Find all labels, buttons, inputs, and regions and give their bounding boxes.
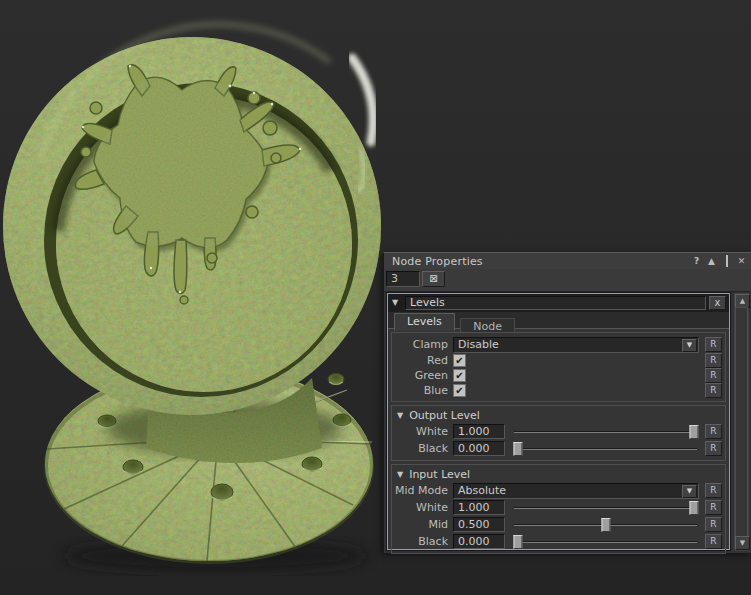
input-level-title: Input Level bbox=[409, 468, 470, 481]
output-black-value[interactable]: 0.000 bbox=[453, 441, 505, 456]
output-black-label: Black bbox=[395, 442, 448, 455]
output-white-row: White 1.000 R bbox=[395, 424, 722, 439]
input-white-slider[interactable] bbox=[514, 501, 697, 515]
slider-handle[interactable] bbox=[514, 535, 523, 549]
levels-node-panel: ▼ Levels x Levels Node Clamp Disable bbox=[387, 293, 730, 550]
slider-handle[interactable] bbox=[514, 442, 523, 456]
revert-red-button[interactable]: R bbox=[705, 353, 722, 368]
blue-label: Blue bbox=[395, 384, 448, 397]
input-mid-value[interactable]: 0.500 bbox=[453, 517, 505, 532]
float-window-icon[interactable] bbox=[720, 255, 733, 267]
help-icon[interactable]: ? bbox=[690, 255, 703, 267]
float-window-glyph bbox=[726, 255, 728, 267]
red-checkbox[interactable] bbox=[453, 354, 466, 367]
slider-handle[interactable] bbox=[601, 518, 610, 532]
input-white-label: White bbox=[395, 501, 448, 514]
revert-clamp-button[interactable]: R bbox=[705, 337, 722, 352]
titlebar-icons: ? ▲ ✕ bbox=[690, 255, 748, 267]
input-level-header[interactable]: ▼ Input Level bbox=[397, 468, 722, 481]
mid-mode-value: Absolute bbox=[458, 485, 506, 497]
revert-output-white-button[interactable]: R bbox=[705, 424, 722, 439]
clear-panels-button[interactable]: ⊠ bbox=[422, 271, 445, 287]
application-window: Node Properties ? ▲ ✕ 3 ⊠ ▼ Levels x Lev… bbox=[0, 0, 751, 595]
blue-row: Blue R bbox=[395, 384, 722, 397]
clamp-value: Disable bbox=[458, 339, 499, 351]
blue-checkbox[interactable] bbox=[453, 384, 466, 397]
revert-input-mid-button[interactable]: R bbox=[705, 517, 722, 532]
scroll-down-icon[interactable]: ▼ bbox=[735, 536, 750, 550]
dropdown-arrow-icon[interactable]: ▼ bbox=[682, 485, 697, 498]
node-name-field[interactable]: Levels bbox=[405, 296, 706, 310]
revert-input-white-button[interactable]: R bbox=[705, 500, 722, 515]
revert-green-button[interactable]: R bbox=[705, 368, 722, 383]
panel-titlebar[interactable]: Node Properties ? ▲ ✕ bbox=[384, 253, 751, 269]
panel-title: Node Properties bbox=[392, 255, 483, 268]
slider-handle[interactable] bbox=[689, 501, 698, 515]
node-properties-panel: Node Properties ? ▲ ✕ 3 ⊠ ▼ Levels x Lev… bbox=[383, 252, 751, 553]
slider-track bbox=[514, 507, 697, 509]
max-panels-input[interactable]: 3 bbox=[386, 271, 420, 287]
input-black-label: Black bbox=[395, 535, 448, 548]
slider-handle[interactable] bbox=[689, 425, 698, 439]
revert-input-black-button[interactable]: R bbox=[705, 534, 722, 549]
node-tabbar: Levels Node bbox=[388, 312, 729, 329]
output-level-title: Output Level bbox=[409, 409, 480, 422]
revert-output-black-button[interactable]: R bbox=[705, 441, 722, 456]
node-panel-close-button[interactable]: x bbox=[709, 296, 726, 310]
close-icon[interactable]: ✕ bbox=[735, 255, 748, 267]
collapse-arrow-icon[interactable]: ▼ bbox=[397, 411, 403, 420]
collapse-arrow-icon[interactable]: ▼ bbox=[392, 298, 398, 307]
mid-mode-row: Mid Mode Absolute ▼ R bbox=[395, 483, 722, 498]
slider-track bbox=[514, 431, 697, 433]
dropdown-arrow-icon[interactable]: ▼ bbox=[682, 339, 697, 352]
red-row: Red R bbox=[395, 354, 722, 367]
slider-track bbox=[514, 448, 697, 450]
clamp-label: Clamp bbox=[395, 338, 448, 351]
green-checkbox[interactable] bbox=[453, 369, 466, 382]
green-label: Green bbox=[395, 369, 448, 382]
slider-track bbox=[514, 541, 697, 543]
properties-scrollbar[interactable]: ▲ ▼ bbox=[734, 293, 749, 551]
output-black-row: Black 0.000 R bbox=[395, 441, 722, 456]
input-black-slider[interactable] bbox=[514, 535, 697, 549]
output-black-slider[interactable] bbox=[514, 442, 697, 456]
section-output-level: ▼ Output Level White 1.000 R bbox=[391, 405, 726, 461]
section-channels: Clamp Disable ▼ R Red R bbox=[391, 332, 726, 402]
scrollbar-thumb[interactable] bbox=[735, 307, 748, 537]
scroll-up-icon[interactable]: ▲ bbox=[735, 294, 750, 308]
input-black-value[interactable]: 0.000 bbox=[453, 534, 505, 549]
input-white-value[interactable]: 1.000 bbox=[453, 500, 505, 515]
clamp-row: Clamp Disable ▼ R bbox=[395, 337, 722, 352]
red-label: Red bbox=[395, 354, 448, 367]
input-mid-slider[interactable] bbox=[514, 518, 697, 532]
section-input-level: ▼ Input Level Mid Mode Absolute ▼ R bbox=[391, 464, 726, 554]
properties-bin: ▼ Levels x Levels Node Clamp Disable bbox=[384, 291, 751, 553]
pin-icon[interactable]: ▲ bbox=[705, 255, 718, 267]
mid-mode-dropdown[interactable]: Absolute ▼ bbox=[453, 483, 699, 499]
output-level-header[interactable]: ▼ Output Level bbox=[397, 409, 722, 422]
properties-bin-toolbar: 3 ⊠ bbox=[384, 270, 751, 291]
input-mid-row: Mid 0.500 R bbox=[395, 517, 722, 532]
collapse-arrow-icon[interactable]: ▼ bbox=[397, 470, 403, 479]
clamp-dropdown[interactable]: Disable ▼ bbox=[453, 337, 699, 353]
revert-mid-mode-button[interactable]: R bbox=[705, 483, 722, 498]
input-black-row: Black 0.000 R bbox=[395, 534, 722, 549]
input-mid-label: Mid bbox=[395, 518, 448, 531]
output-white-value[interactable]: 1.000 bbox=[453, 424, 505, 439]
node-panel-header[interactable]: ▼ Levels x bbox=[388, 294, 729, 312]
tab-levels[interactable]: Levels bbox=[394, 313, 455, 331]
output-white-slider[interactable] bbox=[514, 425, 697, 439]
revert-blue-button[interactable]: R bbox=[705, 383, 722, 398]
mid-mode-label: Mid Mode bbox=[395, 484, 448, 497]
green-row: Green R bbox=[395, 369, 722, 382]
input-white-row: White 1.000 R bbox=[395, 500, 722, 515]
node-controls: Clamp Disable ▼ R Red R bbox=[388, 330, 729, 549]
output-white-label: White bbox=[395, 425, 448, 438]
